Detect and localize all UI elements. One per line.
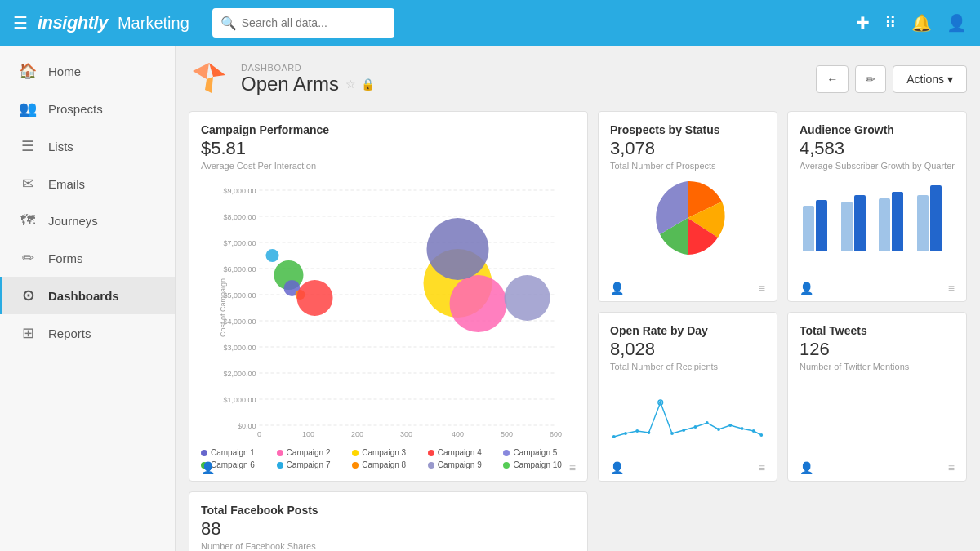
bar-q1-light [803,206,814,251]
star-icon[interactable]: ☆ [345,78,356,91]
lists-icon: ☰ [19,137,37,155]
svg-point-54 [752,429,755,433]
emails-icon: ✉ [19,175,37,193]
prospects-card-footer: 👤 ≡ [610,282,765,295]
audience-value: 4,583 [800,138,955,159]
svg-text:$9,000.00: $9,000.00 [223,187,256,195]
svg-text:$8,000.00: $8,000.00 [223,213,256,221]
svg-point-48 [682,429,685,432]
audience-card-footer: 👤 ≡ [800,282,955,295]
sidebar-item-prospects-label: Prospects [48,102,103,116]
table-icon-3[interactable]: ≡ [948,282,955,295]
sidebar-item-emails-label: Emails [48,177,85,191]
table-icon-5[interactable]: ≡ [948,461,955,474]
sidebar-item-dashboards[interactable]: ⊙ Dashboards [0,277,175,314]
table-icon-2[interactable]: ≡ [759,282,765,295]
back-button[interactable]: ← [816,65,849,93]
add-icon[interactable]: ✚ [856,13,870,33]
svg-point-43 [624,432,627,435]
tweets-title: Total Tweets [800,324,955,337]
actions-button[interactable]: Actions ▾ [893,65,967,93]
dashboard-actions: ← ✏ Actions ▾ [816,65,967,93]
openrate-subtitle: Total Number of Recipients [610,362,765,371]
openrate-card-footer: 👤 ≡ [610,461,765,474]
dashboard-title: Open Arms [241,73,339,96]
pie-svg [647,177,728,259]
top-navigation: ☰ insightly Marketing 🔍 ✚ ⠿ 🔔 👤 [0,0,980,46]
sidebar-item-forms-label: Forms [48,251,83,265]
dashboard-title-area: DASHBOARD Open Arms ☆ 🔒 [189,59,375,100]
notification-icon[interactable]: 🔔 [911,13,932,33]
openrate-value: 8,028 [610,339,765,360]
svg-point-36 [297,280,333,316]
svg-point-46 [659,401,662,404]
dashboard-header: DASHBOARD Open Arms ☆ 🔒 ← ✏ Actions ▾ [189,59,967,100]
sidebar-item-reports-label: Reports [48,327,91,340]
table-icon[interactable]: ≡ [569,461,576,474]
svg-point-38 [450,275,507,332]
svg-marker-0 [209,63,225,77]
dashboard-title-text: DASHBOARD Open Arms ☆ 🔒 [241,63,375,96]
svg-point-45 [648,431,651,434]
dashboard-label: DASHBOARD [241,63,375,73]
table-icon-4[interactable]: ≡ [759,461,765,474]
lock-icon[interactable]: 🔒 [361,78,375,91]
svg-text:$2,000.00: $2,000.00 [223,370,256,378]
sidebar-item-home-label: Home [48,64,81,78]
grid-icon[interactable]: ⠿ [884,13,897,33]
sidebar-item-reports[interactable]: ⊞ Reports [0,314,175,352]
legend-campaign2: Campaign 2 [277,448,350,457]
bar-group-q4 [917,185,952,251]
svg-point-50 [706,421,709,424]
facebook-posts-card: Total Facebook Posts 88 Number of Facebo… [189,491,588,551]
search-input[interactable] [212,8,394,38]
edit-button[interactable]: ✏ [855,65,886,93]
sidebar-item-lists[interactable]: ☰ Lists [0,127,175,165]
svg-point-42 [612,435,616,438]
sidebar-item-emails[interactable]: ✉ Emails [0,165,175,202]
campaign-performance-card: Campaign Performance $5.81 Average Cost … [189,111,588,482]
sidebar-item-forms[interactable]: ✏ Forms [0,239,175,277]
audience-subtitle: Average Subscriber Growth by Quarter [800,161,955,171]
person-icon-3[interactable]: 👤 [800,282,813,295]
search-icon: 🔍 [220,16,237,31]
person-icon[interactable]: 👤 [201,461,215,474]
svg-point-47 [670,432,674,435]
facebook-subtitle: Number of Facebook Shares [201,541,576,551]
facebook-title: Total Facebook Posts [201,504,576,517]
svg-point-39 [505,275,550,321]
person-icon-5[interactable]: 👤 [800,461,813,474]
sidebar-item-journeys[interactable]: 🗺 Journeys [0,202,175,239]
hamburger-icon[interactable]: ☰ [13,13,28,33]
campaign-subtitle: Average Cost Per Interaction [201,161,576,171]
bar-q2-light [841,202,853,251]
user-icon[interactable]: 👤 [947,13,967,33]
sidebar-item-journeys-label: Journeys [48,214,98,228]
svg-text:$5,000.00: $5,000.00 [223,291,256,300]
dashboards-icon: ⊙ [19,287,37,304]
reports-icon: ⊞ [19,324,37,342]
tweets-subtitle: Number of Twitter Mentions [800,362,955,371]
sidebar-item-home[interactable]: 🏠 Home [0,52,175,90]
dashboard-logo [189,59,229,100]
svg-point-52 [728,424,732,427]
facebook-value: 88 [201,518,576,540]
svg-point-51 [717,428,720,431]
person-icon-2[interactable]: 👤 [610,282,624,295]
person-icon-4[interactable]: 👤 [610,461,624,474]
svg-marker-1 [193,63,209,79]
audience-growth-card: Audience Growth 4,583 Average Subscriber… [787,111,967,302]
campaign-chart: $9,000.00 $8,000.00 $7,000.00 $6,000.00 … [201,177,576,469]
legend-campaign1: Campaign 1 [201,448,274,457]
audience-title: Audience Growth [800,123,955,136]
logo: insightly [38,12,108,33]
prospects-title: Prospects by Status [610,123,765,136]
dashboard-name: Open Arms ☆ 🔒 [241,73,375,96]
openrate-title: Open Rate by Day [610,324,765,337]
svg-text:$4,000.00: $4,000.00 [223,318,256,326]
prospects-value: 3,078 [610,138,765,159]
sidebar-item-prospects[interactable]: 👥 Prospects [0,90,175,127]
sidebar-item-dashboards-label: Dashboards [48,289,119,303]
bar-q3-dark [892,192,903,251]
bar-q4-light [917,195,929,251]
